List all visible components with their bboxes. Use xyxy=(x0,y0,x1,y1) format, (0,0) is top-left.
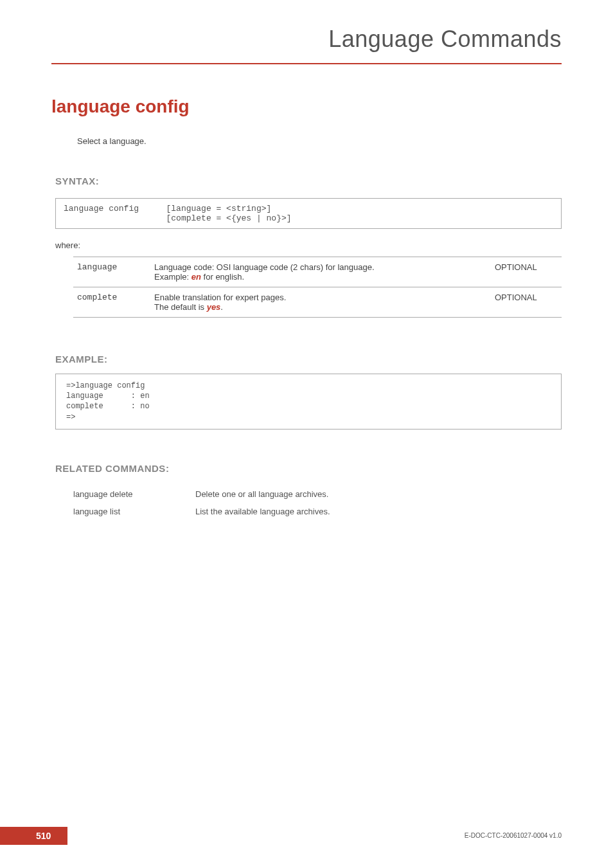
syntax-command: language config xyxy=(56,199,159,229)
related-table: language delete Delete one or all langua… xyxy=(73,485,330,520)
param-desc: Enable translation for expert pages. The… xyxy=(150,287,491,318)
param-name: language xyxy=(73,257,150,287)
param-desc: Language code: OSI language code (2 char… xyxy=(150,257,491,287)
related-command-desc: Delete one or all language archives. xyxy=(195,485,330,503)
command-title: language config xyxy=(51,96,190,117)
param-desc-emph: en xyxy=(191,272,201,282)
param-row: language Language code: OSI language cod… xyxy=(73,257,562,287)
header-title: Language Commands xyxy=(328,26,562,53)
example-label: EXAMPLE: xyxy=(55,354,562,365)
related-command-desc: List the available language archives. xyxy=(195,503,330,520)
param-desc-emph: yes xyxy=(207,302,221,312)
related-row: language list List the available languag… xyxy=(73,503,330,520)
param-name: complete xyxy=(73,287,150,318)
page-footer: 510 E-DOC-CTC-20061027-0004 v1.0 xyxy=(0,827,562,845)
param-desc-text: . xyxy=(220,302,223,312)
related-command-name[interactable]: language list xyxy=(73,503,195,520)
related-command-name[interactable]: language delete xyxy=(73,485,195,503)
header-rule xyxy=(51,63,562,64)
syntax-arg-line: [complete = <{yes | no}>] xyxy=(166,213,292,223)
syntax-label: SYNTAX: xyxy=(55,176,562,186)
where-label: where: xyxy=(55,240,562,250)
param-desc-text: Language code: OSI language code (2 char… xyxy=(154,262,375,282)
related-label: RELATED COMMANDS: xyxy=(55,463,562,474)
syntax-table: language config [language = <string>][co… xyxy=(55,198,562,229)
param-flag: OPTIONAL xyxy=(491,257,562,287)
param-row: complete Enable translation for expert p… xyxy=(73,287,562,318)
syntax-section: SYNTAX: language config [language = <str… xyxy=(55,176,562,318)
doc-code: E-DOC-CTC-20061027-0004 v1.0 xyxy=(465,827,562,839)
command-description: Select a language. xyxy=(77,136,147,146)
related-section: RELATED COMMANDS: language delete Delete… xyxy=(55,463,562,520)
example-section: EXAMPLE: =>language config language : en… xyxy=(55,354,562,429)
param-flag: OPTIONAL xyxy=(491,287,562,318)
page-number: 510 xyxy=(0,827,67,845)
example-output: =>language config language : en complete… xyxy=(55,374,562,429)
param-desc-text: for english. xyxy=(201,272,244,282)
related-row: language delete Delete one or all langua… xyxy=(73,485,330,503)
syntax-args: [language = <string>][complete = <{yes |… xyxy=(159,199,562,229)
syntax-arg-line: [language = <string>] xyxy=(166,204,272,213)
params-table: language Language code: OSI language cod… xyxy=(73,257,562,318)
